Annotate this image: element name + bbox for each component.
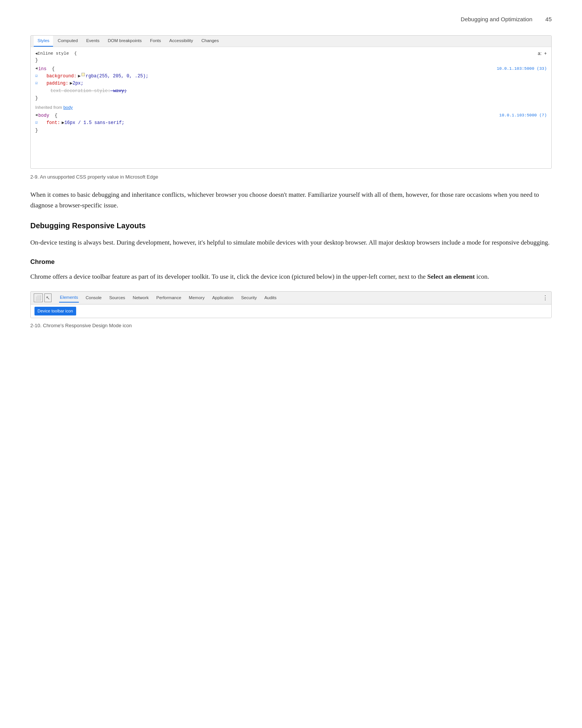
inherited-label: Inherited from body — [35, 104, 547, 111]
body-selector-line: ◀ body { 10.0.1.103:5000 (7) — [35, 112, 547, 119]
ins-block: ◀ ins { 10.0.1.103:5000 (33) ☑ backgroun… — [35, 66, 547, 102]
tab-computed[interactable]: Computed — [54, 36, 81, 47]
expand-arrow-bg[interactable]: ▶ — [78, 73, 81, 80]
expand-arrow-padding[interactable]: ▶ — [70, 80, 72, 87]
ins-selector: ins — [38, 66, 47, 73]
css-block-close-1: } — [35, 57, 547, 64]
inline-style-label: ◀Inline style { — [35, 50, 77, 56]
checkbox-bg[interactable]: ☑ — [35, 73, 38, 80]
tab-dom-breakpoints[interactable]: DOM breakpoints — [104, 36, 146, 47]
ins-text-deco-value: wavy; — [110, 88, 127, 95]
devtools-content: ◀Inline style { a: + } ◀ ins { 10.0.1.10… — [31, 47, 551, 168]
css-block-close-2: } — [35, 95, 547, 102]
checkbox-padding[interactable]: ☑ — [35, 80, 38, 87]
devtools-panel: Styles Computed Events DOM breakpoints F… — [30, 35, 552, 169]
chrome-tab-performance[interactable]: Performance — [156, 293, 182, 302]
device-toolbar-icon-label: Device toolbar icon — [34, 307, 76, 315]
page-number: 45 — [545, 16, 552, 22]
chrome-tab-application[interactable]: Application — [211, 293, 234, 302]
inherited-section: Inherited from body ◀ body { 10.0.1.103:… — [35, 104, 547, 134]
chrome-tab-elements[interactable]: Elements — [59, 293, 79, 303]
css-add-button[interactable]: a: + — [538, 50, 547, 57]
body-paragraph-3: Chrome offers a device toolbar feature a… — [30, 271, 552, 282]
chrome-tab-audits[interactable]: Audits — [264, 293, 277, 302]
checkbox-font[interactable]: ☑ — [35, 119, 38, 126]
fig-2-9-caption: 2-9. An unsupported CSS property value i… — [30, 173, 552, 181]
tab-events[interactable]: Events — [82, 36, 103, 47]
css-block-close-3: } — [35, 127, 547, 134]
ins-selector-line: ◀ ins { 10.0.1.103:5000 (33) — [35, 66, 547, 73]
ins-padding-value: 2px; — [72, 80, 83, 87]
three-dots-menu[interactable]: ⋮ — [542, 293, 548, 303]
body-selector: body — [38, 112, 49, 119]
ins-text-deco-prop: text-decoration-style: — [50, 88, 110, 95]
tab-styles[interactable]: Styles — [34, 36, 53, 47]
inline-style-header: ◀Inline style { a: + — [35, 50, 547, 57]
ins-text-deco-line: text-decoration-style: wavy; — [35, 88, 547, 95]
body-source[interactable]: 10.0.1.103:5000 (7) — [499, 112, 547, 119]
sub-heading-chrome: Chrome — [30, 257, 552, 267]
expand-arrow-font[interactable]: ▶ — [62, 119, 64, 127]
inspect-icon[interactable]: ↖ — [44, 293, 52, 303]
page-header: Debugging and Optimization 45 — [30, 15, 552, 24]
chrome-tab-sources[interactable]: Sources — [108, 293, 126, 302]
chapter-title: Debugging and Optimization — [461, 16, 532, 22]
collapse-arrow-inline[interactable]: ◀ — [35, 52, 38, 56]
ins-bg-prop: background: — [47, 73, 77, 80]
ins-bg-value: rgba(255, 205, 0, .25); — [86, 73, 149, 80]
chrome-tab-console[interactable]: Console — [85, 293, 102, 302]
tab-changes[interactable]: Changes — [197, 36, 222, 47]
color-swatch-bg[interactable] — [81, 73, 85, 76]
ins-padding-prop: padding: — [47, 80, 69, 87]
chrome-tab-network[interactable]: Network — [132, 293, 149, 302]
body-font-prop: font: — [47, 119, 60, 127]
body-link[interactable]: body — [63, 105, 73, 110]
body-paragraph-3-part2: icon. — [475, 273, 489, 280]
body-font-line: ☑ font: ▶ 16px / 1.5 sans-serif; — [35, 119, 547, 127]
body-font-value: 16px / 1.5 sans-serif; — [64, 119, 124, 127]
chrome-icons: ⬜ ↖ — [34, 293, 52, 303]
fig-2-10-caption: 2-10. Chrome's Responsive Design Mode ic… — [30, 322, 552, 329]
chrome-tab-memory[interactable]: Memory — [188, 293, 205, 302]
body-paragraph-2: On-device testing is always best. During… — [30, 237, 552, 248]
chrome-tab-security[interactable]: Security — [240, 293, 258, 302]
tab-accessibility[interactable]: Accessibility — [166, 36, 197, 47]
device-icon[interactable]: ⬜ — [34, 293, 43, 303]
expand-arrow-ins[interactable]: ◀ — [35, 66, 38, 72]
chrome-devtools-bar: ⬜ ↖ Elements Console Sources Network Per… — [31, 292, 551, 304]
expand-arrow-body[interactable]: ◀ — [35, 112, 38, 118]
ins-padding-line: ☑ padding: ▶ 2px; — [35, 80, 547, 87]
body-paragraph-1: When it comes to basic debugging and inh… — [30, 190, 552, 211]
chrome-devtools-panel: ⬜ ↖ Elements Console Sources Network Per… — [30, 291, 552, 318]
devtools-tabs: Styles Computed Events DOM breakpoints F… — [31, 36, 551, 47]
chrome-devtools-body: Device toolbar icon — [31, 304, 551, 318]
tab-fonts[interactable]: Fonts — [146, 36, 165, 47]
ins-bg-line: ☑ background: ▶ rgba(255, 205, 0, .25); — [35, 73, 547, 80]
select-element-bold: Select an element — [427, 273, 475, 280]
section-heading-responsive: Debugging Responsive Layouts — [30, 220, 552, 231]
ins-source[interactable]: 10.0.1.103:5000 (33) — [497, 66, 547, 72]
body-paragraph-3-part1: Chrome offers a device toolbar feature a… — [30, 273, 427, 280]
